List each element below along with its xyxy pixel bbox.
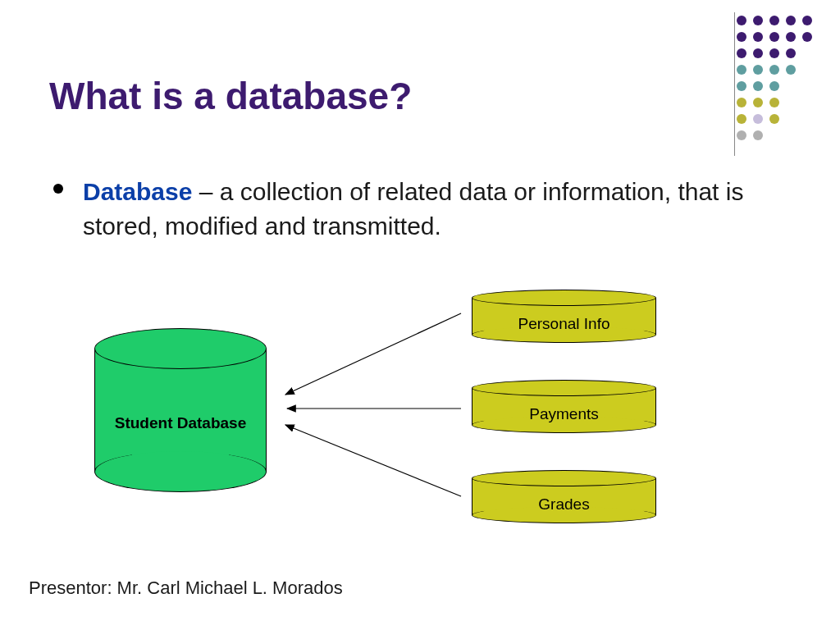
svg-point-2 <box>769 16 779 25</box>
svg-point-15 <box>753 65 763 75</box>
svg-point-0 <box>737 16 746 25</box>
sub-cylinder-label: Personal Info <box>472 315 656 333</box>
svg-point-1 <box>753 16 763 25</box>
svg-point-6 <box>753 32 763 42</box>
svg-point-25 <box>753 114 763 124</box>
svg-point-3 <box>786 16 796 25</box>
svg-point-27 <box>737 130 746 140</box>
sub-cylinder-label: Grades <box>472 495 656 514</box>
sub-cylinder-personal-info: Personal Info <box>472 290 656 343</box>
svg-point-17 <box>786 65 796 75</box>
main-database-cylinder: Student Database <box>94 328 267 492</box>
svg-line-32 <box>285 425 461 496</box>
svg-point-20 <box>769 81 779 91</box>
svg-point-7 <box>769 32 779 42</box>
bullet-text: Database – a collection of related data … <box>83 175 783 244</box>
svg-point-18 <box>737 81 746 91</box>
svg-point-12 <box>769 48 779 58</box>
svg-point-11 <box>753 48 763 58</box>
main-database-label: Student Database <box>94 414 267 432</box>
svg-point-21 <box>737 98 746 107</box>
bullet-item: Database – a collection of related data … <box>53 175 783 244</box>
svg-line-30 <box>285 313 461 395</box>
svg-point-9 <box>802 32 812 42</box>
svg-point-19 <box>753 81 763 91</box>
svg-point-24 <box>737 114 746 124</box>
svg-point-16 <box>769 65 779 75</box>
svg-point-10 <box>737 48 746 58</box>
sub-cylinder-label: Payments <box>472 405 656 423</box>
svg-point-5 <box>737 32 746 42</box>
svg-point-4 <box>802 16 812 25</box>
slide-title: What is a database? <box>49 74 412 118</box>
decorative-dots <box>733 12 824 152</box>
svg-point-14 <box>737 65 746 75</box>
sub-cylinder-payments: Payments <box>472 380 656 433</box>
svg-point-13 <box>786 48 796 58</box>
bullet-keyword: Database <box>83 178 192 205</box>
bullet-dot-icon <box>53 184 63 194</box>
svg-point-8 <box>786 32 796 42</box>
svg-point-28 <box>753 130 763 140</box>
svg-point-22 <box>753 98 763 107</box>
sub-cylinder-grades: Grades <box>472 470 656 523</box>
svg-point-26 <box>769 114 779 124</box>
svg-point-23 <box>769 98 779 107</box>
presenter-label: Presentor: Mr. Carl Michael L. Morados <box>29 578 343 599</box>
